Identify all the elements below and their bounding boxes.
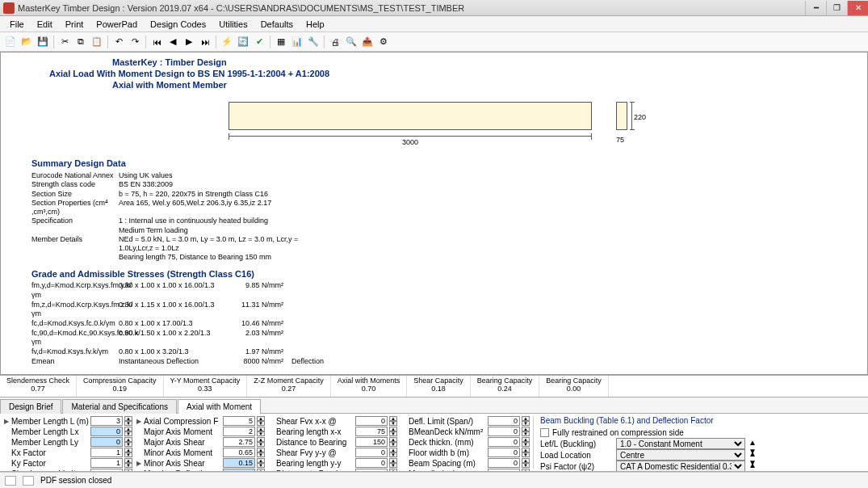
- prev-icon[interactable]: ◀: [166, 35, 180, 49]
- field-input[interactable]: [355, 416, 388, 426]
- field-input[interactable]: [488, 448, 520, 457]
- menu-powerpad[interactable]: PowerPad: [90, 18, 144, 31]
- spin-down-icon[interactable]: ▼: [522, 421, 530, 426]
- spin-down-icon[interactable]: ▼: [389, 452, 397, 457]
- print-icon[interactable]: 🖨: [328, 35, 342, 49]
- spinner[interactable]: ▲▼: [522, 416, 530, 426]
- spin-up-icon[interactable]: ▲: [748, 449, 757, 458]
- spinner[interactable]: ▲▼: [124, 416, 132, 426]
- spin-down-icon[interactable]: ▼: [389, 431, 397, 436]
- spinner[interactable]: ▲▼: [257, 437, 265, 447]
- close-button[interactable]: ✕: [847, 1, 868, 15]
- spin-down-icon[interactable]: ▼: [522, 431, 530, 436]
- rb-select[interactable]: Centre: [616, 449, 745, 461]
- spinner[interactable]: ▲▼: [124, 437, 132, 447]
- spinner[interactable]: ▲▼: [124, 448, 132, 457]
- chart-icon[interactable]: 📊: [290, 35, 304, 49]
- spinner[interactable]: ▲▼: [522, 458, 530, 468]
- field-input[interactable]: [90, 416, 123, 426]
- field-input[interactable]: [355, 437, 388, 447]
- field-input[interactable]: [355, 427, 388, 436]
- tab-design-brief[interactable]: Design Brief: [0, 399, 61, 414]
- field-input[interactable]: [355, 458, 388, 468]
- spinner[interactable]: ▲▼: [389, 427, 397, 436]
- spin-down-icon[interactable]: ▼: [124, 452, 132, 457]
- menu-utilities[interactable]: Utilities: [212, 18, 254, 31]
- spin-down-icon[interactable]: ▼: [124, 463, 132, 468]
- spinner[interactable]: ▲▼: [522, 427, 530, 436]
- spin-down-icon[interactable]: ▼: [124, 431, 132, 436]
- spin-down-icon[interactable]: ▼: [389, 421, 397, 426]
- spin-down-icon[interactable]: ▼: [522, 452, 530, 457]
- field-input[interactable]: [488, 458, 520, 468]
- open-icon[interactable]: 📂: [19, 35, 34, 49]
- spin-down-icon[interactable]: ▼: [257, 421, 265, 426]
- spin-down-icon[interactable]: ▼: [257, 442, 265, 447]
- next-icon[interactable]: ▶: [182, 35, 196, 49]
- cut-icon[interactable]: ✂: [57, 35, 72, 49]
- menu-help[interactable]: Help: [300, 18, 331, 31]
- menu-edit[interactable]: Edit: [31, 18, 59, 31]
- field-input[interactable]: [488, 427, 520, 436]
- spinner[interactable]: ▲▼: [522, 437, 530, 447]
- minimize-button[interactable]: ━: [805, 1, 826, 15]
- grid-icon[interactable]: ▦: [274, 35, 288, 49]
- tool-icon[interactable]: 🔧: [306, 35, 321, 49]
- field-input[interactable]: [488, 437, 520, 447]
- field-input[interactable]: [90, 458, 123, 468]
- spin-up-icon[interactable]: ▲: [748, 461, 757, 469]
- preview-icon[interactable]: 🔍: [344, 35, 359, 49]
- menu-design-codes[interactable]: Design Codes: [144, 18, 212, 31]
- last-icon[interactable]: ⏭: [198, 35, 212, 49]
- redo-icon[interactable]: ↷: [128, 35, 142, 49]
- menu-file[interactable]: File: [3, 18, 31, 31]
- spinner[interactable]: ▲▼: [389, 448, 397, 457]
- spin-down-icon[interactable]: ▼: [124, 421, 132, 426]
- check-icon[interactable]: ✔: [252, 35, 266, 49]
- status-icon-2[interactable]: [23, 476, 34, 486]
- rb-select[interactable]: CAT A Domestic Residential 0.3: [616, 461, 745, 472]
- export-icon[interactable]: 📤: [360, 35, 375, 49]
- spin-down-icon[interactable]: ▼: [257, 452, 265, 457]
- settings-icon[interactable]: ⚙: [376, 35, 391, 49]
- menu-defaults[interactable]: Defaults: [254, 18, 300, 31]
- first-icon[interactable]: ⏮: [149, 35, 164, 49]
- spinner[interactable]: ▲▼: [124, 458, 132, 468]
- tab-axial-moment[interactable]: Axial with Moment: [178, 399, 261, 414]
- save-icon[interactable]: 💾: [36, 35, 50, 49]
- new-icon[interactable]: 📄: [3, 35, 18, 49]
- spinner[interactable]: ▲▼: [124, 427, 132, 436]
- spinner[interactable]: ▲▼: [257, 458, 265, 468]
- field-input[interactable]: [488, 416, 520, 426]
- field-input[interactable]: [223, 458, 255, 468]
- spinner[interactable]: ▲▼: [257, 448, 265, 457]
- spinner[interactable]: ▲▼: [389, 437, 397, 447]
- refresh-icon[interactable]: 🔄: [236, 35, 250, 49]
- tab-material[interactable]: Material and Specifications: [62, 399, 177, 414]
- spinner[interactable]: ▲▼: [389, 458, 397, 468]
- spinner[interactable]: ▲▼: [522, 448, 530, 457]
- spinner[interactable]: ▲▼: [389, 416, 397, 426]
- spin-down-icon[interactable]: ▼: [522, 463, 530, 468]
- field-input[interactable]: [90, 427, 123, 436]
- field-input[interactable]: [223, 427, 255, 436]
- field-input[interactable]: [355, 448, 388, 457]
- field-input[interactable]: [223, 448, 255, 457]
- spinner[interactable]: ▲▼: [257, 416, 265, 426]
- spin-down-icon[interactable]: ▼: [522, 442, 530, 447]
- undo-icon[interactable]: ↶: [111, 35, 126, 49]
- spin-down-icon[interactable]: ▼: [124, 442, 132, 447]
- field-input[interactable]: [90, 437, 123, 447]
- maximize-button[interactable]: ❐: [826, 1, 847, 15]
- restrained-checkbox[interactable]: [540, 428, 549, 437]
- spin-down-icon[interactable]: ▼: [257, 431, 265, 436]
- rb-select[interactable]: 1.0 - Constant Moment: [616, 438, 745, 449]
- field-input[interactable]: [223, 437, 255, 447]
- menu-print[interactable]: Print: [59, 18, 90, 31]
- spinner[interactable]: ▲▼: [257, 427, 265, 436]
- copy-icon[interactable]: ⧉: [73, 35, 88, 49]
- status-icon-1[interactable]: [5, 476, 16, 486]
- calc-icon[interactable]: ⚡: [220, 35, 234, 49]
- paste-icon[interactable]: 📋: [90, 35, 104, 49]
- field-input[interactable]: [90, 448, 123, 457]
